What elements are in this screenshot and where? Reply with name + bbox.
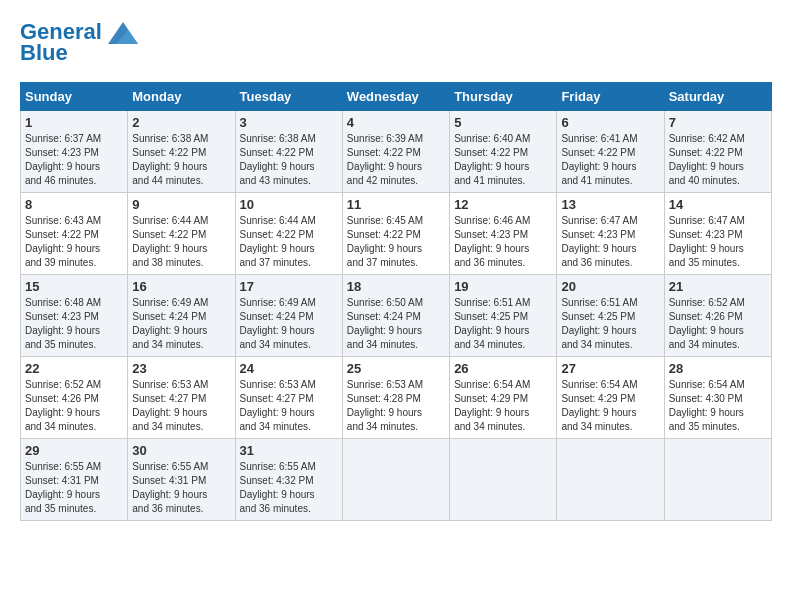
day-number: 19: [454, 279, 552, 294]
day-info: Sunrise: 6:52 AMSunset: 4:26 PMDaylight:…: [669, 296, 767, 352]
calendar-cell: 9Sunrise: 6:44 AMSunset: 4:22 PMDaylight…: [128, 193, 235, 275]
weekday-header-sunday: Sunday: [21, 83, 128, 111]
day-number: 9: [132, 197, 230, 212]
calendar-cell: 8Sunrise: 6:43 AMSunset: 4:22 PMDaylight…: [21, 193, 128, 275]
calendar-cell: 3Sunrise: 6:38 AMSunset: 4:22 PMDaylight…: [235, 111, 342, 193]
day-number: 11: [347, 197, 445, 212]
day-number: 30: [132, 443, 230, 458]
day-info: Sunrise: 6:51 AMSunset: 4:25 PMDaylight:…: [454, 296, 552, 352]
day-number: 3: [240, 115, 338, 130]
calendar-cell: 6Sunrise: 6:41 AMSunset: 4:22 PMDaylight…: [557, 111, 664, 193]
day-number: 17: [240, 279, 338, 294]
calendar-cell: 30Sunrise: 6:55 AMSunset: 4:31 PMDayligh…: [128, 439, 235, 521]
day-info: Sunrise: 6:49 AMSunset: 4:24 PMDaylight:…: [240, 296, 338, 352]
day-info: Sunrise: 6:54 AMSunset: 4:30 PMDaylight:…: [669, 378, 767, 434]
calendar-cell: 17Sunrise: 6:49 AMSunset: 4:24 PMDayligh…: [235, 275, 342, 357]
calendar-cell: 27Sunrise: 6:54 AMSunset: 4:29 PMDayligh…: [557, 357, 664, 439]
calendar-cell: 15Sunrise: 6:48 AMSunset: 4:23 PMDayligh…: [21, 275, 128, 357]
day-info: Sunrise: 6:53 AMSunset: 4:27 PMDaylight:…: [240, 378, 338, 434]
calendar-cell: 21Sunrise: 6:52 AMSunset: 4:26 PMDayligh…: [664, 275, 771, 357]
calendar-cell: 18Sunrise: 6:50 AMSunset: 4:24 PMDayligh…: [342, 275, 449, 357]
page-header: General Blue: [20, 20, 772, 66]
calendar-cell: 12Sunrise: 6:46 AMSunset: 4:23 PMDayligh…: [450, 193, 557, 275]
calendar-cell: 1Sunrise: 6:37 AMSunset: 4:23 PMDaylight…: [21, 111, 128, 193]
day-info: Sunrise: 6:51 AMSunset: 4:25 PMDaylight:…: [561, 296, 659, 352]
day-number: 15: [25, 279, 123, 294]
calendar-cell: 11Sunrise: 6:45 AMSunset: 4:22 PMDayligh…: [342, 193, 449, 275]
calendar-cell: 14Sunrise: 6:47 AMSunset: 4:23 PMDayligh…: [664, 193, 771, 275]
day-info: Sunrise: 6:55 AMSunset: 4:31 PMDaylight:…: [25, 460, 123, 516]
day-info: Sunrise: 6:46 AMSunset: 4:23 PMDaylight:…: [454, 214, 552, 270]
day-info: Sunrise: 6:54 AMSunset: 4:29 PMDaylight:…: [454, 378, 552, 434]
day-number: 18: [347, 279, 445, 294]
day-number: 6: [561, 115, 659, 130]
day-info: Sunrise: 6:53 AMSunset: 4:27 PMDaylight:…: [132, 378, 230, 434]
day-info: Sunrise: 6:38 AMSunset: 4:22 PMDaylight:…: [132, 132, 230, 188]
calendar-cell: 24Sunrise: 6:53 AMSunset: 4:27 PMDayligh…: [235, 357, 342, 439]
day-info: Sunrise: 6:44 AMSunset: 4:22 PMDaylight:…: [240, 214, 338, 270]
day-info: Sunrise: 6:49 AMSunset: 4:24 PMDaylight:…: [132, 296, 230, 352]
day-number: 23: [132, 361, 230, 376]
day-number: 2: [132, 115, 230, 130]
day-number: 29: [25, 443, 123, 458]
calendar-cell: 26Sunrise: 6:54 AMSunset: 4:29 PMDayligh…: [450, 357, 557, 439]
calendar-cell: 10Sunrise: 6:44 AMSunset: 4:22 PMDayligh…: [235, 193, 342, 275]
day-info: Sunrise: 6:52 AMSunset: 4:26 PMDaylight:…: [25, 378, 123, 434]
day-info: Sunrise: 6:50 AMSunset: 4:24 PMDaylight:…: [347, 296, 445, 352]
day-info: Sunrise: 6:38 AMSunset: 4:22 PMDaylight:…: [240, 132, 338, 188]
day-number: 22: [25, 361, 123, 376]
day-number: 4: [347, 115, 445, 130]
calendar-cell: 19Sunrise: 6:51 AMSunset: 4:25 PMDayligh…: [450, 275, 557, 357]
day-info: Sunrise: 6:43 AMSunset: 4:22 PMDaylight:…: [25, 214, 123, 270]
calendar-cell: 25Sunrise: 6:53 AMSunset: 4:28 PMDayligh…: [342, 357, 449, 439]
day-number: 14: [669, 197, 767, 212]
day-number: 5: [454, 115, 552, 130]
calendar-cell: 29Sunrise: 6:55 AMSunset: 4:31 PMDayligh…: [21, 439, 128, 521]
calendar-header: SundayMondayTuesdayWednesdayThursdayFrid…: [21, 83, 772, 111]
day-number: 1: [25, 115, 123, 130]
calendar-cell: 28Sunrise: 6:54 AMSunset: 4:30 PMDayligh…: [664, 357, 771, 439]
logo: General Blue: [20, 20, 138, 66]
logo-blue: Blue: [20, 40, 68, 66]
day-info: Sunrise: 6:40 AMSunset: 4:22 PMDaylight:…: [454, 132, 552, 188]
calendar-table: SundayMondayTuesdayWednesdayThursdayFrid…: [20, 82, 772, 521]
day-number: 26: [454, 361, 552, 376]
calendar-cell: 7Sunrise: 6:42 AMSunset: 4:22 PMDaylight…: [664, 111, 771, 193]
calendar-cell: 16Sunrise: 6:49 AMSunset: 4:24 PMDayligh…: [128, 275, 235, 357]
calendar-cell: [664, 439, 771, 521]
day-number: 24: [240, 361, 338, 376]
weekday-header-wednesday: Wednesday: [342, 83, 449, 111]
calendar-cell: [450, 439, 557, 521]
day-number: 12: [454, 197, 552, 212]
day-number: 16: [132, 279, 230, 294]
weekday-header-tuesday: Tuesday: [235, 83, 342, 111]
day-number: 28: [669, 361, 767, 376]
day-info: Sunrise: 6:39 AMSunset: 4:22 PMDaylight:…: [347, 132, 445, 188]
day-info: Sunrise: 6:48 AMSunset: 4:23 PMDaylight:…: [25, 296, 123, 352]
day-info: Sunrise: 6:47 AMSunset: 4:23 PMDaylight:…: [669, 214, 767, 270]
day-info: Sunrise: 6:42 AMSunset: 4:22 PMDaylight:…: [669, 132, 767, 188]
day-info: Sunrise: 6:55 AMSunset: 4:31 PMDaylight:…: [132, 460, 230, 516]
calendar-cell: 20Sunrise: 6:51 AMSunset: 4:25 PMDayligh…: [557, 275, 664, 357]
day-info: Sunrise: 6:37 AMSunset: 4:23 PMDaylight:…: [25, 132, 123, 188]
weekday-header-saturday: Saturday: [664, 83, 771, 111]
calendar-cell: 4Sunrise: 6:39 AMSunset: 4:22 PMDaylight…: [342, 111, 449, 193]
day-info: Sunrise: 6:44 AMSunset: 4:22 PMDaylight:…: [132, 214, 230, 270]
calendar-cell: [342, 439, 449, 521]
calendar-cell: 22Sunrise: 6:52 AMSunset: 4:26 PMDayligh…: [21, 357, 128, 439]
calendar-week-1: 1Sunrise: 6:37 AMSunset: 4:23 PMDaylight…: [21, 111, 772, 193]
day-number: 10: [240, 197, 338, 212]
day-number: 20: [561, 279, 659, 294]
calendar-week-3: 15Sunrise: 6:48 AMSunset: 4:23 PMDayligh…: [21, 275, 772, 357]
calendar-cell: 2Sunrise: 6:38 AMSunset: 4:22 PMDaylight…: [128, 111, 235, 193]
day-info: Sunrise: 6:41 AMSunset: 4:22 PMDaylight:…: [561, 132, 659, 188]
day-number: 8: [25, 197, 123, 212]
calendar-cell: 23Sunrise: 6:53 AMSunset: 4:27 PMDayligh…: [128, 357, 235, 439]
calendar-cell: 13Sunrise: 6:47 AMSunset: 4:23 PMDayligh…: [557, 193, 664, 275]
day-info: Sunrise: 6:53 AMSunset: 4:28 PMDaylight:…: [347, 378, 445, 434]
calendar-cell: 5Sunrise: 6:40 AMSunset: 4:22 PMDaylight…: [450, 111, 557, 193]
day-info: Sunrise: 6:45 AMSunset: 4:22 PMDaylight:…: [347, 214, 445, 270]
day-number: 25: [347, 361, 445, 376]
weekday-header-thursday: Thursday: [450, 83, 557, 111]
day-info: Sunrise: 6:54 AMSunset: 4:29 PMDaylight:…: [561, 378, 659, 434]
